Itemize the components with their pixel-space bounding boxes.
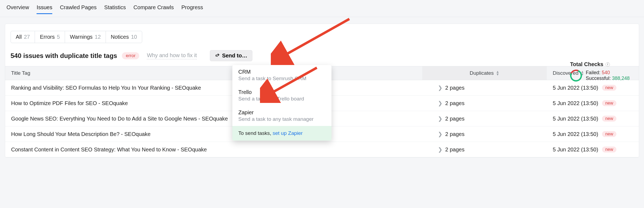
chevron-right-icon: ❯ xyxy=(438,146,443,153)
cell-title: Google News SEO: Everything You Need to … xyxy=(5,111,422,126)
cell-duplicates[interactable]: ❯ 2 pages xyxy=(422,96,547,111)
dropdown-item-sub: Send a task to any task manager xyxy=(238,116,326,122)
dropdown-item-crm[interactable]: CRM Send a task to Semrush CRM xyxy=(232,65,331,85)
successful-value: 388,248 xyxy=(612,76,630,81)
totals-title-text: Total Checks xyxy=(570,61,603,67)
table-row[interactable]: Constant Content in Content SEO Strategy… xyxy=(5,142,639,157)
dropdown-item-trello[interactable]: Trello Send a task to a Trello board xyxy=(232,85,331,106)
dup-text: 2 pages xyxy=(445,85,464,91)
tab-compare-crawls[interactable]: Compare Crawls xyxy=(134,3,174,14)
cell-title: How to Optimize PDF Files for SEO - SEOq… xyxy=(5,96,422,111)
page-title: 540 issues with duplicate title tags xyxy=(11,52,117,60)
tab-progress[interactable]: Progress xyxy=(181,3,203,14)
totals-title: Total Checks i xyxy=(570,61,630,67)
new-badge: new xyxy=(602,85,616,91)
share-icon xyxy=(215,53,220,59)
filter-count: 5 xyxy=(57,34,60,40)
filter-notices[interactable]: Notices 10 xyxy=(106,31,142,43)
cell-title: How Long Should Your Meta Description Be… xyxy=(5,127,422,142)
new-badge: new xyxy=(602,147,616,152)
send-to-button[interactable]: Send to… xyxy=(210,50,252,61)
dropdown-footer: To send tasks, set up Zapier xyxy=(232,126,331,141)
cell-duplicates[interactable]: ❯ 2 pages xyxy=(422,142,547,157)
col-duplicates-header[interactable]: Duplicates ▲▼ xyxy=(422,66,547,80)
new-badge: new xyxy=(602,131,616,137)
cell-discovered: 5 Jun 2022 (13:50) new xyxy=(547,80,639,95)
tab-overview[interactable]: Overview xyxy=(6,3,29,14)
cell-duplicates[interactable]: ❯ 2 pages xyxy=(422,111,547,126)
dropdown-item-title: CRM xyxy=(238,69,326,75)
filter-all[interactable]: All 27 xyxy=(11,31,35,43)
cell-duplicates[interactable]: ❯ 2 pages xyxy=(422,80,547,95)
cell-discovered: 5 Jun 2022 (13:50) new xyxy=(547,127,639,142)
dup-text: 2 pages xyxy=(445,116,464,122)
new-badge: new xyxy=(602,100,616,106)
sort-icon: ▲▼ xyxy=(496,70,499,76)
cell-discovered: 5 Jun 2022 (13:50) new xyxy=(547,111,639,126)
issue-filters: All 27 Errors 5 Warnings 12 Notices 10 xyxy=(11,31,142,43)
disc-text: 5 Jun 2022 (13:50) xyxy=(553,147,598,153)
col-title-header[interactable]: Title Tag xyxy=(5,66,422,80)
disc-text: 5 Jun 2022 (13:50) xyxy=(553,100,598,106)
filter-count: 12 xyxy=(95,34,101,40)
filter-label: All xyxy=(16,34,22,40)
setup-zapier-link[interactable]: set up Zapier xyxy=(273,130,303,136)
dropdown-footer-text: To send tasks, xyxy=(238,130,273,136)
filter-count: 27 xyxy=(24,34,30,40)
filter-label: Notices xyxy=(111,34,129,40)
filter-label: Errors xyxy=(40,34,54,40)
filter-label: Warnings xyxy=(70,34,93,40)
filter-warnings[interactable]: Warnings 12 xyxy=(65,31,106,43)
why-and-how-link[interactable]: Why and how to fix it xyxy=(147,52,197,59)
dropdown-item-zapier[interactable]: Zapier Send a task to any task manager xyxy=(232,106,331,126)
cell-title: Ranking and Visibility: SEO Formulas to … xyxy=(5,80,422,95)
main-tabs: Overview Issues Crawled Pages Statistics… xyxy=(0,0,644,17)
send-to-label: Send to… xyxy=(222,53,247,59)
dup-text: 2 pages xyxy=(445,100,464,106)
dup-text: 2 pages xyxy=(445,131,464,137)
dropdown-item-title: Zapier xyxy=(238,109,326,116)
chevron-right-icon: ❯ xyxy=(438,84,443,91)
successful-label: Successful: xyxy=(586,76,612,81)
tab-crawled-pages[interactable]: Crawled Pages xyxy=(60,3,97,14)
dropdown-item-sub: Send a task to Semrush CRM xyxy=(238,76,326,82)
send-to-dropdown: CRM Send a task to Semrush CRM Trello Se… xyxy=(232,65,331,141)
disc-text: 5 Jun 2022 (13:50) xyxy=(553,116,598,122)
error-badge: error xyxy=(122,52,139,59)
filter-errors[interactable]: Errors 5 xyxy=(35,31,65,43)
chevron-right-icon: ❯ xyxy=(438,100,443,106)
dropdown-item-title: Trello xyxy=(238,89,326,95)
failed-value: 540 xyxy=(602,70,610,75)
filter-count: 10 xyxy=(131,34,137,40)
new-badge: new xyxy=(602,116,616,122)
cell-title: Constant Content in Content SEO Strategy… xyxy=(5,142,422,157)
cell-discovered: 5 Jun 2022 (13:50) new xyxy=(547,96,639,111)
totals-panel: Total Checks i Failed: 540 Successful: 3… xyxy=(570,61,630,82)
chevron-right-icon: ❯ xyxy=(438,115,443,122)
disc-text: 5 Jun 2022 (13:50) xyxy=(553,85,598,91)
totals-lines: Failed: 540 Successful: 388,248 xyxy=(586,70,630,81)
disc-text: 5 Jun 2022 (13:50) xyxy=(553,131,598,137)
col-title-text: Title Tag xyxy=(11,70,30,76)
cell-discovered: 5 Jun 2022 (13:50) new xyxy=(547,142,639,157)
tab-issues[interactable]: Issues xyxy=(37,3,52,14)
chevron-right-icon: ❯ xyxy=(438,131,443,137)
heading-row: 540 issues with duplicate title tags err… xyxy=(5,50,639,66)
dup-text: 2 pages xyxy=(445,147,464,153)
info-icon[interactable]: i xyxy=(606,62,610,67)
failed-label: Failed: xyxy=(586,70,602,75)
donut-chart-icon xyxy=(568,68,584,83)
dropdown-item-sub: Send a task to a Trello board xyxy=(238,96,326,102)
tab-statistics[interactable]: Statistics xyxy=(104,3,126,14)
col-duplicates-text: Duplicates xyxy=(470,70,494,76)
cell-duplicates[interactable]: ❯ 2 pages xyxy=(422,126,547,142)
